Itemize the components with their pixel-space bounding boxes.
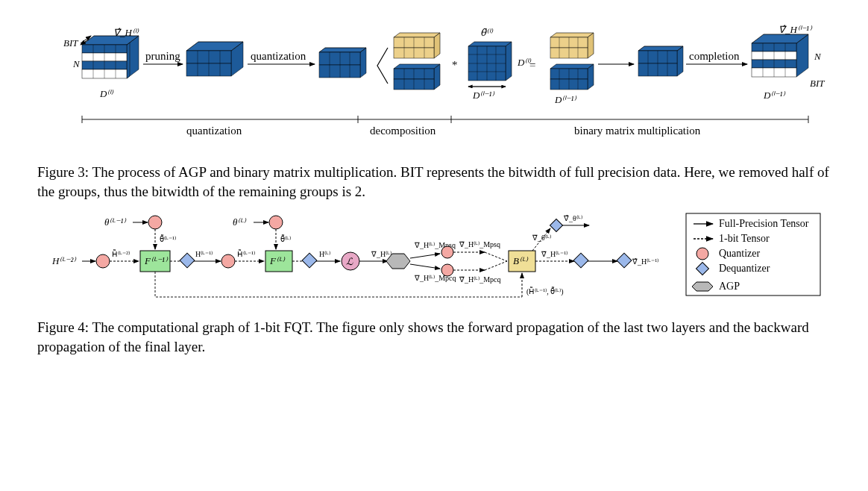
- svg-marker-62: [588, 64, 594, 90]
- slice-bottom: [394, 64, 440, 90]
- svg-marker-29: [394, 33, 440, 37]
- svg-marker-36: [394, 64, 440, 69]
- svg-marker-55: [588, 33, 594, 58]
- label-dprev3: D⁽ˡ⁻¹⁾: [763, 90, 786, 101]
- label-dprev1: D⁽ˡ⁻¹⁾: [472, 90, 495, 101]
- label-quant-a: quantization: [251, 50, 306, 62]
- legend-fp: Full-Precision Tensor: [719, 218, 809, 229]
- quantizer-icon: [148, 216, 162, 229]
- loss-label: ℒ: [346, 256, 353, 267]
- f-lm1-label: F⁽ᴸ⁻¹⁾: [144, 255, 169, 266]
- sec-bmm: binary matrix multiplication: [574, 125, 701, 137]
- label-gradH-l: ∇̂_H⁽ˡ⁾: [113, 27, 139, 38]
- svg-line-106: [410, 264, 440, 269]
- equals: =: [529, 59, 535, 71]
- label-pruning: pruning: [145, 50, 180, 62]
- dequantizer-icon: [302, 253, 317, 268]
- svg-rect-25: [319, 65, 360, 78]
- dequantizer-icon: [617, 253, 632, 268]
- svg-marker-22: [360, 48, 366, 78]
- svg-marker-2: [127, 43, 130, 78]
- label-theta-tilde: θ̃⁽ˡ⁾: [480, 27, 494, 38]
- h-tilde-lm1: H̃⁽ᴸ⁻¹⁾: [237, 249, 255, 258]
- svg-marker-23: [319, 48, 366, 52]
- dequantizer-icon: [573, 253, 588, 268]
- svg-marker-44: [506, 42, 512, 81]
- legend-quant: Quantizer: [719, 248, 761, 259]
- quantizer-icon: [696, 248, 708, 260]
- legend-agp: AGP: [719, 281, 740, 292]
- multiply-star: *: [452, 59, 458, 71]
- svg-line-109: [485, 252, 507, 261]
- theta-matrix: [468, 42, 512, 81]
- cube-input: [81, 36, 139, 78]
- cube-recombined: [638, 46, 683, 76]
- grad-hlm1-hat: ∇̂_H⁽ᴸ⁻¹⁾: [632, 257, 658, 266]
- legend-1bit: 1-bit Tensor: [719, 233, 770, 244]
- figure-4-caption: Figure 4: The computational graph of 1-b…: [37, 318, 831, 356]
- label-n-left: N: [72, 58, 81, 69]
- grad-psq2: ∇̄_H⁽ᴸ⁾_Mpsq: [459, 240, 500, 248]
- label-gradH-l-1: ∇̂_H⁽ˡ⁻¹⁾: [779, 24, 813, 35]
- svg-marker-54: [550, 33, 594, 37]
- sec-decomp: decomposition: [370, 125, 436, 137]
- theta-tilde-lm1: θ̃⁽ᴸ⁻¹⁾: [160, 234, 176, 243]
- sec-quant: quantization: [186, 125, 242, 137]
- figure-3-caption: Figure 3: The process of AGP and binary …: [37, 163, 831, 201]
- svg-marker-61: [550, 64, 594, 69]
- theta-tilde-l: θ̃⁽ᴸ⁾: [280, 234, 291, 243]
- grad-hlm1-bar: ∇̄_H⁽ᴸ⁻¹⁾: [541, 250, 567, 258]
- h-tilde-lm2: H̃⁽ᴸ⁻²⁾: [112, 249, 130, 258]
- svg-marker-37: [434, 64, 440, 90]
- grad-hl: ∇_H⁽ᴸ⁾: [371, 250, 391, 258]
- theta-lm1: θ⁽ᴸ⁻¹⁾: [104, 216, 127, 228]
- dequantizer-icon: [180, 253, 195, 268]
- grad-theta-l-bar: ∇̄_θ⁽ᴸ⁾: [532, 234, 551, 242]
- svg-rect-24: [319, 52, 360, 65]
- quantizer-icon: [269, 216, 283, 229]
- svg-marker-69: [677, 46, 683, 76]
- cube-pruned: [186, 42, 243, 76]
- svg-line-110: [485, 261, 507, 270]
- slice-top: [394, 33, 440, 58]
- agp-icon: [692, 282, 713, 291]
- h-lm1: H⁽ᴸ⁻¹⁾: [195, 250, 213, 258]
- figure-4: θ⁽ᴸ⁻¹⁾ θ̃⁽ᴸ⁻¹⁾ H⁽ᴸ⁻²⁾ H̃⁽ᴸ⁻²⁾ F⁽ᴸ⁻¹⁾ H⁽ᴸ…: [37, 207, 831, 357]
- inputs-b: (H̃⁽ᴸ⁻¹⁾, θ̃⁽ᴸ⁾): [526, 287, 564, 296]
- quantizer-icon: [441, 246, 453, 258]
- dequantizer-icon: [696, 263, 709, 275]
- quantizer-icon: [96, 254, 110, 268]
- svg-line-105: [410, 254, 440, 258]
- figure-3-svg: BIT N D⁽ˡ⁾ ∇̂_H⁽ˡ⁾ pruning quantization …: [37, 22, 831, 157]
- svg-marker-30: [434, 33, 440, 58]
- label-dprev2: D⁽ˡ⁻¹⁾: [554, 94, 577, 105]
- quantizer-icon: [221, 254, 235, 268]
- label-bit-left: BIT: [63, 37, 78, 49]
- cube-output: [752, 34, 808, 77]
- dequantizer-icon: [550, 219, 563, 232]
- label-completion: completion: [689, 50, 740, 62]
- figure-4-svg: θ⁽ᴸ⁻¹⁾ θ̃⁽ᴸ⁻¹⁾ H⁽ᴸ⁻²⁾ H̃⁽ᴸ⁻²⁾ F⁽ᴸ⁻¹⁾ H⁽ᴸ…: [37, 207, 831, 312]
- b-l-label: B⁽ᴸ⁾: [513, 255, 529, 266]
- label-d-left: D⁽ˡ⁾: [99, 88, 114, 99]
- h-l: H⁽ᴸ⁾: [319, 250, 330, 258]
- quantizer-icon: [441, 264, 453, 276]
- svg-marker-70: [638, 46, 683, 51]
- label-bit-right: BIT: [810, 78, 825, 89]
- figure-3: BIT N D⁽ˡ⁾ ∇̂_H⁽ˡ⁾ pruning quantization …: [37, 22, 831, 194]
- grad-pcq2: ∇̄_H⁽ᴸ⁾_Mpcq: [459, 275, 501, 284]
- cube-quantized: [319, 48, 366, 78]
- theta-l: θ⁽ᴸ⁾: [233, 216, 247, 228]
- h-lm2: H⁽ᴸ⁻²⁾: [51, 255, 77, 266]
- result-top: [550, 33, 594, 58]
- label-n-right: N: [814, 51, 822, 62]
- svg-marker-43: [468, 42, 512, 46]
- legend-dequant: Dequantizer: [719, 263, 770, 274]
- result-bottom: [550, 64, 594, 90]
- f-l-label: F⁽ᴸ⁾: [269, 255, 286, 266]
- grad-theta-l: ∇̂_θ⁽ᴸ⁾: [563, 214, 582, 222]
